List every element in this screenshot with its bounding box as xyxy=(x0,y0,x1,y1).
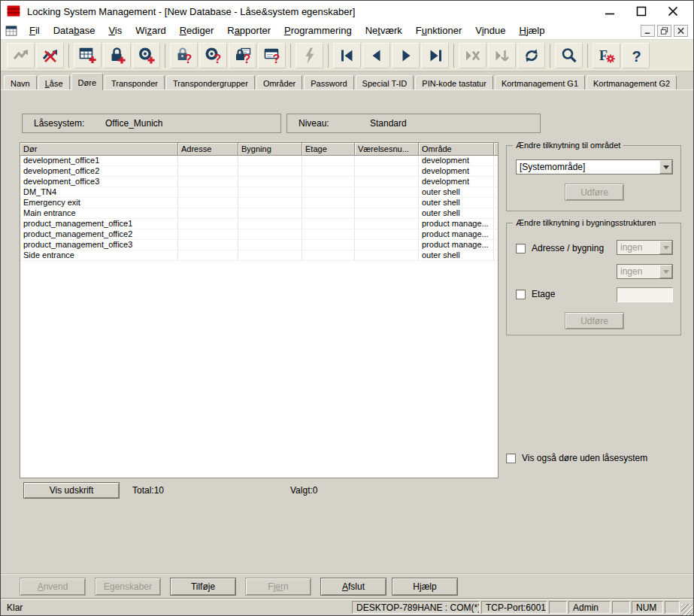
table-row[interactable]: product_management_office1product manage… xyxy=(20,219,498,229)
column-header-d-r[interactable]: Dør xyxy=(20,143,178,156)
resize-grip[interactable] xyxy=(681,604,692,615)
address-building-label: Adresse / bygning xyxy=(532,243,604,253)
menu-wizard[interactable]: Wizard xyxy=(129,23,172,38)
area-combo[interactable]: [Systemområde] xyxy=(516,159,673,174)
column-header-omr-de[interactable]: Område xyxy=(419,143,494,156)
connect-button xyxy=(7,43,35,68)
cell-v-relsesnu xyxy=(355,187,419,197)
cell-d-r: Emergency exit xyxy=(20,198,178,208)
tab-transponder[interactable]: Transponder xyxy=(105,75,165,90)
show-doors-checkbox[interactable] xyxy=(506,454,516,463)
menu-vindue[interactable]: Vindue xyxy=(468,23,512,38)
tab-d-re[interactable]: Døre xyxy=(71,73,103,90)
maximize-icon xyxy=(633,3,650,20)
tab-transpondergrupper[interactable]: Transpondergrupper xyxy=(166,75,255,90)
nav-last-icon xyxy=(426,46,445,65)
table-header: DørAdresseBygningEtageVærelsesnu...Områd… xyxy=(20,143,498,156)
table-row[interactable]: Main entranceouter shell xyxy=(20,208,498,219)
read-lock-button[interactable]: ? xyxy=(170,43,198,68)
status-text: Klar xyxy=(7,602,23,613)
table-row[interactable]: Side entranceouter shell xyxy=(20,250,498,261)
menu-fil[interactable]: Fil xyxy=(23,23,47,38)
table-row[interactable]: development_office3development xyxy=(20,177,498,187)
address-building-checkbox[interactable] xyxy=(516,244,526,253)
cell-omr-de: outer shell xyxy=(419,250,494,260)
add-button[interactable]: Tilføje xyxy=(170,578,236,596)
menu-rediger[interactable]: Rediger xyxy=(173,23,221,38)
footer-divider xyxy=(1,573,693,575)
tab-kortmanagement-g1[interactable]: Kortmanagement G1 xyxy=(495,75,585,90)
column-header-adresse[interactable]: Adresse xyxy=(178,143,238,156)
document-icon xyxy=(5,24,20,38)
read-order-button[interactable]: ? xyxy=(258,43,286,68)
tab-special-t-id[interactable]: Special T-ID xyxy=(356,75,414,90)
toolbar-separator xyxy=(328,44,329,68)
building-structure-title: Ændre tilknytning i bygningsstrukturen xyxy=(513,218,659,227)
chevron-down-icon[interactable] xyxy=(659,160,672,174)
table-row[interactable]: development_office2development xyxy=(20,166,498,177)
table-row[interactable]: development_office1development xyxy=(20,156,498,166)
table-row[interactable]: DM_TN4outer shell xyxy=(20,187,498,198)
floor-checkbox[interactable] xyxy=(516,290,526,299)
menu-hj-lp[interactable]: Hjælp xyxy=(512,23,551,38)
disconnect-button[interactable] xyxy=(36,43,64,68)
column-header-filler xyxy=(494,143,499,156)
nav-last-button[interactable] xyxy=(421,43,449,68)
dialog-buttons: AnvendEgenskaberTilføjeFjernAfslutHjælp xyxy=(1,578,693,596)
column-header-bygning[interactable]: Bygning xyxy=(238,143,302,156)
maximize-button[interactable] xyxy=(626,2,657,20)
cell-adresse xyxy=(178,187,238,197)
tab-kortmanagement-g2[interactable]: Kortmanagement G2 xyxy=(586,75,677,90)
menu-vis[interactable]: Vis xyxy=(102,23,129,38)
menu-database[interactable]: Database xyxy=(47,23,102,38)
cell-bygning xyxy=(238,187,302,197)
menu-funktioner[interactable]: Funktioner xyxy=(409,23,468,38)
svg-text:?: ? xyxy=(184,53,192,65)
cell-adresse xyxy=(178,177,238,187)
close-button[interactable] xyxy=(657,2,689,20)
mdi-restore-button[interactable] xyxy=(657,25,671,37)
menu-rapporter[interactable]: Rapporter xyxy=(220,23,277,38)
cell-bygning xyxy=(238,177,302,187)
toolbar: ????F? xyxy=(1,40,693,71)
options-button[interactable]: F xyxy=(592,43,620,68)
table-row[interactable]: Emergency exitouter shell xyxy=(20,198,498,208)
address-combo: ingen xyxy=(617,240,673,255)
help-button[interactable]: Hjælp xyxy=(392,578,458,596)
tab-pin-kode-tastatur[interactable]: PIN-kode tastatur xyxy=(415,75,493,90)
nav-prev-button[interactable] xyxy=(362,43,390,68)
tab-omr-der[interactable]: Områder xyxy=(256,75,302,90)
read-lock-net-button[interactable]: ? xyxy=(229,43,256,68)
menu-programmering[interactable]: Programmering xyxy=(277,23,359,38)
mdi-minimize-button[interactable] xyxy=(641,25,655,37)
search-button[interactable] xyxy=(555,43,583,68)
minimize-button[interactable] xyxy=(594,2,626,20)
new-locking-system-button[interactable] xyxy=(74,43,102,68)
cell-adresse xyxy=(178,208,238,218)
help-button[interactable]: ? xyxy=(622,43,650,68)
column-header-v-relsesnu[interactable]: Værelsesnu... xyxy=(355,143,419,156)
read-lock-icon: ? xyxy=(174,46,194,65)
table-row[interactable]: product_management_office2product manage… xyxy=(20,229,498,240)
tab-password[interactable]: Password xyxy=(304,75,353,90)
abort-icon xyxy=(463,46,483,65)
tab-l-se[interactable]: Låse xyxy=(38,75,70,90)
column-header-etage[interactable]: Etage xyxy=(302,143,355,156)
cell-etage xyxy=(302,229,355,239)
abort-button xyxy=(459,43,486,68)
cell-adresse xyxy=(178,156,238,165)
menu-netv-rk[interactable]: Netværk xyxy=(359,23,409,38)
nav-first-button[interactable] xyxy=(333,43,361,68)
table-row[interactable]: product_management_office3product manage… xyxy=(20,240,498,250)
print-preview-button[interactable]: Vis udskrift xyxy=(23,482,120,499)
read-transponder-button[interactable]: ? xyxy=(199,43,227,68)
nav-next-button[interactable] xyxy=(392,43,420,68)
new-transponder-button[interactable] xyxy=(132,43,160,68)
mdi-close-button[interactable] xyxy=(674,25,688,37)
exit-button[interactable]: Afslut xyxy=(320,578,386,596)
refresh-button[interactable] xyxy=(517,43,545,68)
new-lock-button[interactable] xyxy=(103,43,131,68)
tab-navn[interactable]: Navn xyxy=(4,75,37,90)
cell-d-r: DM_TN4 xyxy=(20,187,178,197)
toolbar-separator xyxy=(68,44,69,68)
